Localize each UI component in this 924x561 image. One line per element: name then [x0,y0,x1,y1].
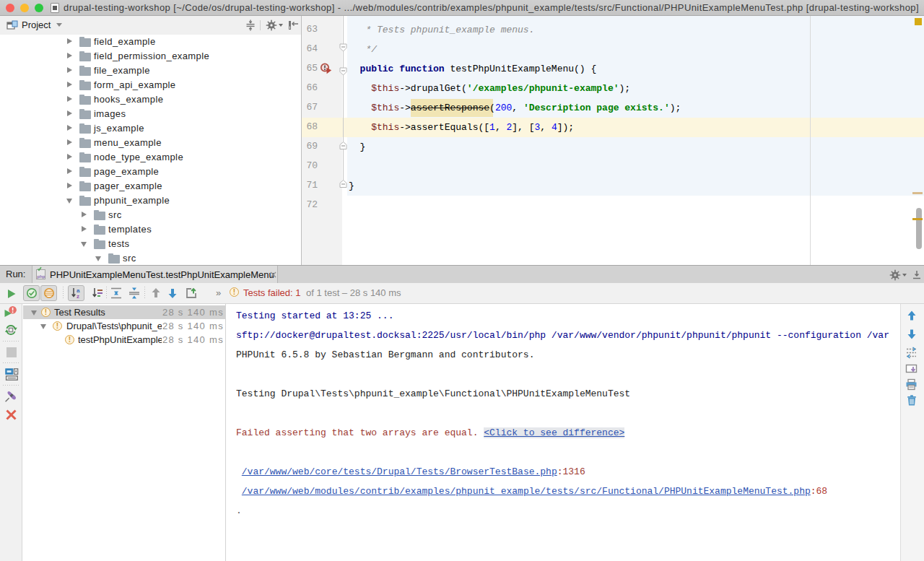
svg-text:z: z [77,293,79,300]
svg-text:php: php [37,274,45,279]
